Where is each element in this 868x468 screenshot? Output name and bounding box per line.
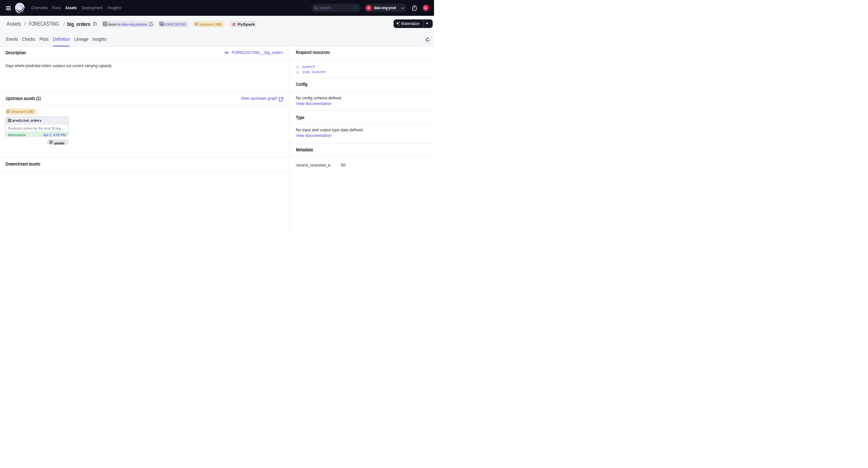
svg-text:?: ? bbox=[413, 6, 415, 10]
